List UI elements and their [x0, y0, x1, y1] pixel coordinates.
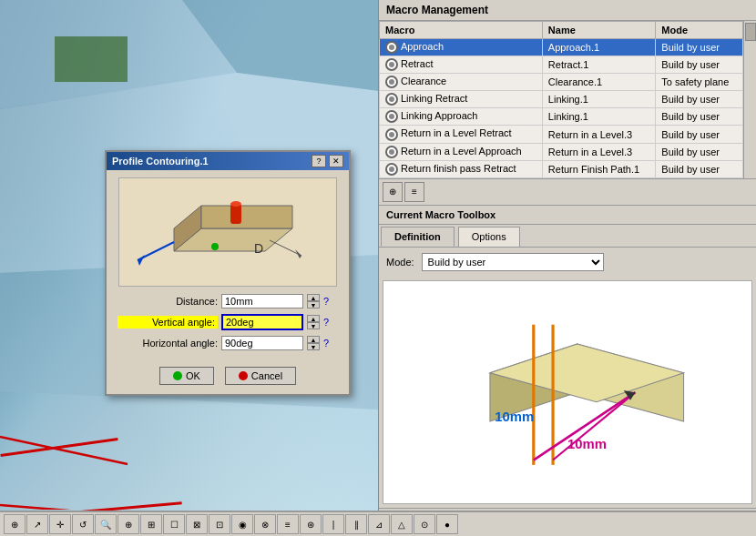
- tb-btn-12[interactable]: ∥: [345, 514, 367, 534]
- tb-btn-8[interactable]: ⊗: [254, 514, 276, 534]
- name-cell: Return Finish Path.1: [542, 160, 656, 177]
- distance-up-button[interactable]: ▲: [307, 294, 320, 301]
- mode-cell: Build by user: [656, 143, 743, 160]
- svg-line-4: [0, 437, 128, 464]
- macro-cell: Clearance: [380, 74, 543, 91]
- vertical-angle-input[interactable]: [221, 314, 303, 330]
- mode-select[interactable]: Build by user To safety plane None: [422, 253, 604, 271]
- ok-button[interactable]: OK: [159, 367, 214, 385]
- vertical-angle-spinner: ▲ ▼: [307, 315, 320, 329]
- tb-btn-4[interactable]: ☐: [163, 514, 185, 534]
- dialog-help-button[interactable]: ?: [312, 155, 326, 167]
- distance-help-icon[interactable]: ?: [323, 296, 329, 307]
- svg-line-5: [0, 505, 228, 510]
- tab-options[interactable]: Options: [458, 227, 520, 247]
- macro-panel: Macro Management Macro Name Mode Approac…: [378, 0, 756, 536]
- ok-label: OK: [186, 370, 200, 381]
- tb-btn-13[interactable]: ⊿: [368, 514, 390, 534]
- horizontal-angle-up-button[interactable]: ▲: [307, 336, 320, 343]
- distance-label: Distance:: [117, 296, 218, 307]
- cancel-icon: [239, 371, 248, 380]
- distance-down-button[interactable]: ▼: [307, 301, 320, 308]
- macro-icon: [385, 110, 398, 123]
- tb-btn-16[interactable]: ●: [436, 514, 458, 534]
- tabs-row: Definition Options: [379, 225, 756, 248]
- distance-input[interactable]: [221, 294, 303, 308]
- name-cell: Linking.1: [542, 91, 656, 108]
- cancel-button[interactable]: Cancel: [225, 367, 296, 385]
- tb-btn-rotate[interactable]: ↺: [72, 514, 94, 534]
- dialog-close-button[interactable]: ✕: [329, 155, 343, 167]
- macro-cell: Return in a Level Approach: [380, 143, 543, 160]
- macro-cell: Linking Retract: [380, 91, 543, 108]
- dialog-buttons: OK Cancel: [107, 363, 349, 394]
- tb-btn-6[interactable]: ⊡: [209, 514, 230, 534]
- table-tb-btn-1[interactable]: ⊕: [383, 182, 403, 202]
- table-row[interactable]: ApproachApproach.1Build by user: [380, 39, 743, 56]
- macro-icon: [385, 128, 398, 141]
- toolbox-title: Current Macro Toolbox: [379, 206, 756, 225]
- horizontal-angle-help-icon[interactable]: ?: [323, 338, 329, 349]
- macro-icon: [385, 76, 398, 88]
- svg-marker-13: [138, 255, 145, 266]
- table-row[interactable]: Linking RetractLinking.1Build by user: [380, 91, 743, 108]
- scrollbar-thumb[interactable]: [745, 23, 756, 41]
- table-row[interactable]: Linking ApproachLinking.1Build by user: [380, 108, 743, 126]
- tb-btn-zoom2[interactable]: ⊕: [117, 514, 139, 534]
- tb-btn-zoom[interactable]: 🔍: [95, 514, 117, 534]
- tb-btn-9[interactable]: ≡: [277, 514, 299, 534]
- ok-icon: [173, 371, 182, 380]
- svg-text:10mm: 10mm: [567, 437, 607, 451]
- tb-btn-arrow[interactable]: ↗: [26, 514, 48, 534]
- macro-icon: [385, 146, 398, 158]
- cancel-label: Cancel: [251, 370, 282, 381]
- mode-label: Mode:: [386, 257, 414, 268]
- macro-icon: [385, 163, 398, 176]
- vertical-angle-up-button[interactable]: ▲: [307, 315, 320, 322]
- name-cell: Return in a Level.3: [542, 143, 656, 160]
- horizontal-angle-down-button[interactable]: ▼: [307, 343, 320, 350]
- vertical-angle-down-button[interactable]: ▼: [307, 322, 320, 329]
- table-row[interactable]: ClearanceClearance.1To safety plane: [380, 74, 743, 91]
- macro-preview-area: 10mm 10mm: [383, 280, 752, 504]
- macro-table: Macro Name Mode ApproachApproach.1Build …: [379, 21, 743, 178]
- tb-btn-move[interactable]: ✛: [49, 514, 71, 534]
- table-toolbar: ⊕ ≡: [379, 178, 756, 206]
- table-row[interactable]: Return in a Level RetractReturn in a Lev…: [380, 126, 743, 143]
- mode-cell: Build by user: [656, 91, 743, 108]
- tb-btn-3[interactable]: ⊞: [140, 514, 162, 534]
- dialog-fields: Distance: ▲ ▼ ? Vertical angle: ▲ ▼ ? Ho…: [107, 290, 349, 363]
- horizontal-angle-spinner: ▲ ▼: [307, 336, 320, 350]
- table-row[interactable]: Return in a Level ApproachReturn in a Le…: [380, 143, 743, 160]
- tb-btn-7[interactable]: ◉: [231, 514, 253, 534]
- table-wrapper: Macro Name Mode ApproachApproach.1Build …: [379, 21, 756, 178]
- mode-cell: Build by user: [656, 39, 743, 56]
- macro-cell: Linking Approach: [380, 108, 543, 126]
- main-bottom-toolbar: ⊕ ↗ ✛ ↺ 🔍 ⊕ ⊞ ☐ ⊠ ⊡ ◉ ⊗ ≡ ⊛ | ∥ ⊿ △ ⊙ ●: [0, 511, 756, 536]
- dialog-preview: D: [118, 177, 337, 287]
- tb-btn-1[interactable]: ⊕: [4, 514, 26, 534]
- horizontal-angle-input[interactable]: [221, 336, 303, 350]
- table-row[interactable]: Return finish pass RetractReturn Finish …: [380, 160, 743, 177]
- svg-marker-9: [201, 206, 292, 228]
- table-scrollbar[interactable]: [743, 21, 756, 178]
- svg-marker-17: [295, 249, 301, 258]
- tb-btn-15[interactable]: ⊙: [414, 514, 435, 534]
- tb-btn-10[interactable]: ⊛: [300, 514, 322, 534]
- table-tb-btn-2[interactable]: ≡: [404, 182, 424, 202]
- mode-cell: Build by user: [656, 160, 743, 177]
- tb-btn-14[interactable]: △: [391, 514, 413, 534]
- macro-cell: Return finish pass Retract: [380, 160, 543, 177]
- dialog-titlebar: Profile Contouring.1 ? ✕: [107, 152, 349, 170]
- vertical-angle-help-icon[interactable]: ?: [323, 317, 329, 328]
- tb-btn-5[interactable]: ⊠: [186, 514, 208, 534]
- preview-svg: D: [119, 178, 337, 287]
- tb-btn-11[interactable]: |: [322, 514, 344, 534]
- toolbox-section: Current Macro Toolbox Definition Options…: [379, 206, 756, 536]
- horizontal-angle-label: Horizontal angle:: [117, 338, 218, 349]
- tab-definition[interactable]: Definition: [381, 227, 455, 247]
- table-row[interactable]: RetractRetract.1Build by user: [380, 56, 743, 74]
- vertical-angle-field-row: Vertical angle: ▲ ▼ ?: [117, 314, 338, 330]
- macro-icon: [385, 41, 398, 54]
- svg-rect-6: [55, 36, 128, 82]
